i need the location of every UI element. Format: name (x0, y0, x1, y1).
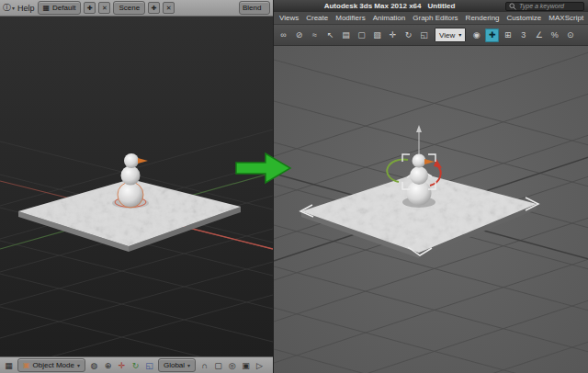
snowman-bottom-sphere (118, 182, 143, 208)
blender-viewport[interactable] (0, 17, 273, 356)
percent-snap-icon[interactable]: % (548, 28, 561, 42)
info-editor-icon[interactable]: ⓘ▾ (3, 2, 15, 14)
mode-dropdown[interactable]: ▣ Object Mode ▾ (17, 358, 85, 372)
menu-create[interactable]: Create (306, 14, 328, 22)
render-opengl-icon[interactable]: ▣ (240, 359, 252, 371)
snap-toggle-3d-icon[interactable]: 3 (516, 28, 530, 42)
screen-layout-icon: ▦ (43, 4, 51, 12)
search-placeholder: Type a keyword (519, 3, 564, 9)
render-engine-value: Blend (243, 4, 261, 12)
add-scene-button[interactable]: ✚ (148, 2, 160, 14)
snowman-head-sphere (124, 153, 139, 168)
ref-coord-dropdown[interactable]: View ▾ (435, 28, 466, 42)
close-screen-button[interactable]: ✕ (98, 2, 110, 14)
chevron-down-icon: ▾ (187, 363, 190, 368)
mode-value: Object Mode (33, 361, 74, 369)
close-scene-button[interactable]: ✕ (163, 2, 175, 14)
blender-3d-scene (0, 17, 273, 356)
screen-layout-dropdown[interactable]: ▦ Default (38, 1, 82, 15)
select-object-icon[interactable]: ↖ (323, 28, 337, 42)
blender-header: ⓘ▾ Help ▦ Default ✚ ✕ Scene ✚ ✕ Blend (0, 0, 273, 17)
add-screen-button[interactable]: ✚ (84, 2, 96, 14)
keyword-search-input[interactable]: Type a keyword (505, 2, 584, 11)
render-engine-dropdown[interactable]: Blend (239, 1, 270, 15)
snap-element-icon[interactable]: ▢ (212, 359, 224, 371)
cube-icon: ▣ (23, 361, 30, 369)
scene-dropdown[interactable]: Scene (113, 1, 145, 15)
menu-views[interactable]: Views (279, 14, 299, 22)
search-icon (509, 3, 516, 10)
select-and-manipulate-icon[interactable]: ✚ (485, 28, 499, 42)
max-viewport[interactable] (274, 46, 588, 373)
menu-maxscript[interactable]: MAXScript (548, 14, 583, 22)
snap-magnet-icon[interactable]: ∩ (198, 359, 210, 371)
app-title: Autodesk 3ds Max 2012 x64 (324, 2, 422, 10)
snowman-middle-sphere (121, 166, 141, 186)
max-3d-scene (274, 46, 588, 373)
angle-snap-icon[interactable]: ∠ (532, 28, 546, 42)
manipulator-translate-icon[interactable]: ✛ (116, 359, 128, 371)
menu-customize[interactable]: Customize (507, 14, 542, 22)
select-by-name-icon[interactable]: ▤ (339, 28, 353, 42)
orientation-dropdown[interactable]: Global ▾ (158, 358, 196, 372)
menu-graph-editors[interactable]: Graph Editors (413, 14, 458, 22)
bind-spacewarp-icon[interactable]: ≈ (308, 28, 322, 42)
chevron-down-icon: ▾ (77, 363, 80, 368)
select-and-scale-icon[interactable]: ◱ (417, 28, 431, 42)
screen-layout-value: Default (52, 4, 75, 12)
selection-region-icon[interactable]: ▢ (355, 28, 368, 42)
max-titlebar: Autodesk 3ds Max 2012 x64Untitled Type a… (274, 0, 588, 12)
render-opengl-anim-icon[interactable]: ▷ (254, 359, 266, 371)
menu-rendering[interactable]: Rendering (466, 14, 500, 22)
max-app: Autodesk 3ds Max 2012 x64Untitled Type a… (273, 0, 588, 373)
blender-app: ⓘ▾ Help ▦ Default ✚ ✕ Scene ✚ ✕ Blend (0, 0, 273, 373)
use-pivot-center-icon[interactable]: ◉ (469, 28, 483, 42)
menu-animation[interactable]: Animation (373, 14, 406, 22)
orientation-value: Global (164, 361, 185, 369)
unlink-selection-icon[interactable]: ⊘ (292, 28, 306, 42)
viewport-shading-icon[interactable]: ◍ (88, 359, 100, 371)
help-menu[interactable]: Help (17, 4, 35, 13)
menu-modifiers[interactable]: Modifiers (335, 14, 365, 22)
snowman-middle-sphere (410, 166, 428, 185)
transfer-arrow-icon (235, 151, 292, 186)
select-and-move-icon[interactable]: ✛ (386, 28, 400, 42)
editor-type-icon[interactable]: ▦ (3, 359, 15, 371)
window-title: Autodesk 3ds Max 2012 x64Untitled (277, 2, 502, 10)
manipulator-rotate-icon[interactable]: ↻ (130, 359, 141, 371)
max-menubar: Views Create Modifiers Animation Graph E… (274, 12, 588, 25)
proportional-edit-icon[interactable]: ◎ (226, 359, 238, 371)
window-crossing-icon[interactable]: ▧ (370, 28, 384, 42)
manipulator-scale-icon[interactable]: ◱ (143, 359, 155, 371)
select-and-rotate-icon[interactable]: ↻ (401, 28, 415, 42)
max-toolbar: ∞⊘≈↖▤▢▧✛↻◱ View ▾ ◉✚⊞3∠%⊙ (274, 25, 588, 46)
scene-value: Scene (119, 4, 140, 12)
document-title: Untitled (428, 2, 456, 10)
select-and-link-icon[interactable]: ∞ (277, 28, 290, 42)
ref-coord-value: View (439, 31, 455, 40)
keyboard-override-icon[interactable]: ⊞ (501, 28, 514, 42)
snowman-head-sphere (413, 154, 426, 168)
blender-footer: ▦ ▣ Object Mode ▾ ◍⊕✛↻◱ Global ▾ ∩▢◎▣▷ (0, 356, 273, 373)
chevron-down-icon: ▾ (12, 6, 15, 11)
chevron-down-icon: ▾ (458, 32, 461, 38)
screenshot-root: ⓘ▾ Help ▦ Default ✚ ✕ Scene ✚ ✕ Blend (0, 0, 588, 373)
spinner-snap-icon[interactable]: ⊙ (563, 28, 577, 42)
pivot-point-icon[interactable]: ⊕ (102, 359, 114, 371)
